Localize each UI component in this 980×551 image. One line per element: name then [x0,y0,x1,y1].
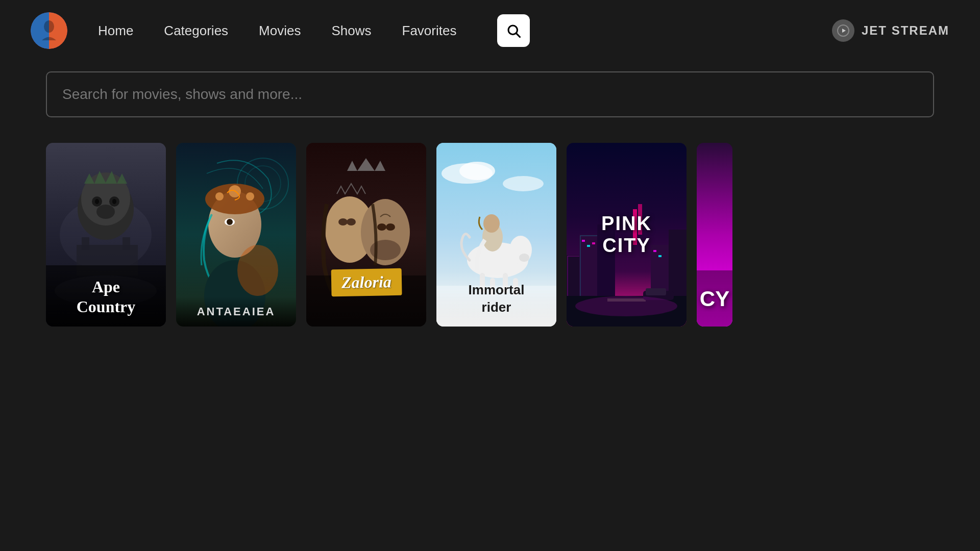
svg-rect-65 [592,242,595,244]
svg-point-1 [44,20,54,33]
cards-row: Ape Country [46,143,934,327]
card-cy-partial[interactable]: CY [697,143,732,327]
svg-point-53 [483,214,500,233]
nav-home[interactable]: Home [98,23,133,39]
search-icon [506,23,521,38]
nav-shows[interactable]: Shows [331,23,371,39]
svg-point-43 [459,162,495,180]
card-pink-city[interactable]: PINK CITY [567,143,687,327]
search-button[interactable] [497,14,530,47]
card-title-immortal-rider: Immortal rider [436,271,556,327]
brand-play-icon [832,19,854,42]
svg-rect-63 [582,240,585,242]
brand: JET STREAM [832,19,949,42]
svg-point-29 [227,219,233,225]
svg-point-74 [575,296,677,316]
search-input[interactable] [62,86,918,103]
svg-point-37 [377,223,386,231]
logo[interactable] [31,12,67,49]
svg-point-34 [338,218,348,226]
card-ape-country[interactable]: Ape Country [46,143,166,327]
card-title-antaeaiea: ANTAEAIEA [176,297,296,327]
nav-categories[interactable]: Categories [164,23,228,39]
svg-rect-64 [587,245,590,247]
card-immortal-rider[interactable]: Immortal rider [436,143,556,327]
svg-marker-5 [842,29,846,33]
brand-name: JET STREAM [862,23,949,38]
search-section [0,61,980,138]
svg-rect-73 [646,288,666,295]
svg-point-31 [237,245,278,296]
card-title-pink-city: PINK CITY [597,213,657,257]
svg-rect-10 [122,237,130,250]
nav-links: Home Categories Movies Shows Favorites [98,14,832,47]
card-zaloria[interactable]: Zaloria [306,143,426,327]
card-title-ape-country: Ape Country [46,267,166,327]
navbar: Home Categories Movies Shows Favorites J… [0,0,980,61]
svg-point-15 [95,199,99,204]
svg-point-35 [347,218,356,226]
svg-rect-67 [658,255,662,257]
cards-section: Ape Country [0,138,980,327]
svg-point-51 [519,254,529,262]
svg-line-3 [517,34,520,37]
svg-rect-9 [82,237,89,250]
svg-point-44 [503,176,544,191]
svg-point-16 [112,199,116,204]
card-title-cy: CY [697,287,732,311]
nav-favorites[interactable]: Favorites [402,23,457,39]
svg-point-26 [215,192,224,201]
nav-movies[interactable]: Movies [259,23,301,39]
search-bar[interactable] [46,71,934,117]
card-title-zaloria: Zaloria [331,269,402,296]
svg-point-17 [96,205,115,219]
card-antaeaiea[interactable]: ANTAEAIEA [176,143,296,327]
svg-point-27 [246,192,254,201]
svg-point-38 [386,223,395,231]
